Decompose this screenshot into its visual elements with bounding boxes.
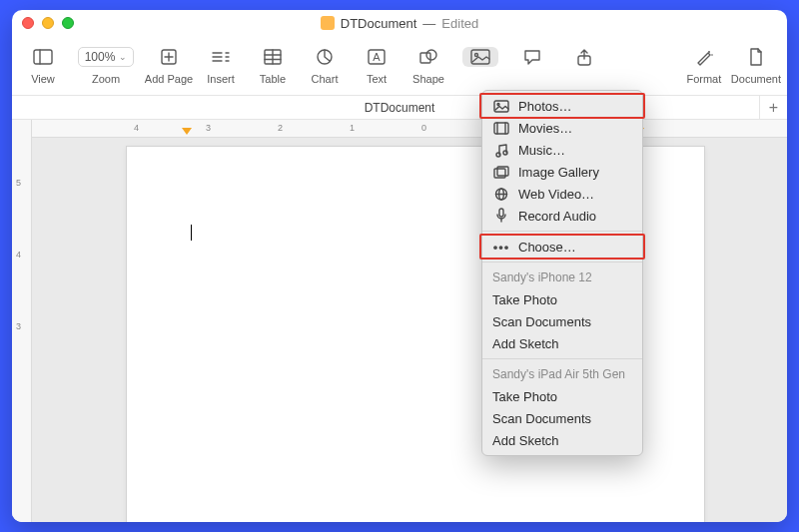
zoom-window[interactable] xyxy=(62,17,74,29)
svg-point-31 xyxy=(503,151,507,155)
plus-page-icon xyxy=(160,47,178,67)
document-button[interactable]: Document xyxy=(731,39,781,93)
format-button[interactable]: Format xyxy=(679,39,729,93)
horizontal-ruler: 4 3 2 1 0 1 2 3 xyxy=(32,120,787,138)
comment-button[interactable]: Comment xyxy=(507,39,557,93)
svg-rect-37 xyxy=(499,209,503,217)
minimize-window[interactable] xyxy=(42,17,54,29)
menu-item-web-video[interactable]: Web Video… xyxy=(482,183,642,205)
svg-point-23 xyxy=(708,51,710,53)
web-video-icon xyxy=(492,188,510,201)
chart-button[interactable]: Chart xyxy=(300,39,350,93)
menu-item-choose[interactable]: ••• Choose… xyxy=(482,236,642,258)
menu-item-add-sketch-d2[interactable]: Add Sketch xyxy=(482,429,642,451)
comment-icon xyxy=(523,47,541,67)
media-icon xyxy=(462,47,498,67)
document-icon xyxy=(749,47,763,67)
menu-item-music[interactable]: Music… xyxy=(482,139,642,161)
music-icon xyxy=(492,143,510,158)
menu-separator xyxy=(482,262,642,263)
titlebar: DTDocument — Edited xyxy=(12,10,787,36)
svg-point-24 xyxy=(711,54,713,56)
document-icon xyxy=(321,16,335,30)
workarea: 5 4 3 4 3 2 1 0 1 2 3 xyxy=(12,120,787,522)
format-icon xyxy=(695,47,713,67)
svg-text:A: A xyxy=(373,51,381,63)
menu-separator xyxy=(482,358,642,359)
zoom-value-box: 100%⌄ xyxy=(78,47,135,67)
svg-point-30 xyxy=(496,153,500,157)
share-icon xyxy=(576,47,592,67)
shape-button[interactable]: Shape xyxy=(403,39,453,93)
tab-name[interactable]: DTDocument xyxy=(12,101,787,115)
share-button[interactable]: Share xyxy=(559,39,609,93)
menu-item-image-gallery[interactable]: Image Gallery xyxy=(482,161,642,183)
menu-item-take-photo-d1[interactable]: Take Photo xyxy=(482,288,642,310)
svg-point-19 xyxy=(426,50,436,60)
photos-icon xyxy=(492,100,510,113)
ruler-marker-icon[interactable] xyxy=(182,128,192,135)
zoom-button[interactable]: 100%⌄ Zoom xyxy=(70,39,142,93)
text-button[interactable]: A Text xyxy=(352,39,401,93)
window-title: DTDocument — Edited xyxy=(12,16,787,31)
menu-item-movies[interactable]: Movies… xyxy=(482,117,642,139)
menu-item-record-audio[interactable]: Record Audio xyxy=(482,205,642,227)
add-page-button[interactable]: Add Page xyxy=(144,39,194,93)
insert-button[interactable]: Insert xyxy=(196,39,246,93)
media-button[interactable]: Media xyxy=(455,39,505,93)
menu-header-device1: Sandy's iPhone 12 xyxy=(482,266,642,288)
svg-point-21 xyxy=(475,53,478,56)
menu-item-add-sketch-d1[interactable]: Add Sketch xyxy=(482,332,642,354)
menu-separator xyxy=(482,231,642,232)
menu-header-device2: Sandy's iPad Air 5th Gen xyxy=(482,363,642,385)
chevron-down-icon: ⌄ xyxy=(119,52,127,62)
tab-bar: DTDocument + xyxy=(12,96,787,120)
chart-icon xyxy=(316,47,334,67)
movies-icon xyxy=(492,122,510,135)
svg-rect-27 xyxy=(494,123,508,134)
add-tab-button[interactable]: + xyxy=(759,96,787,119)
menu-item-scan-documents-d2[interactable]: Scan Documents xyxy=(482,407,642,429)
svg-rect-18 xyxy=(420,53,430,63)
document-name: DTDocument xyxy=(341,16,417,31)
menu-item-scan-documents-d1[interactable]: Scan Documents xyxy=(482,310,642,332)
insert-icon xyxy=(211,47,231,67)
window-controls xyxy=(22,17,74,29)
table-button[interactable]: Table xyxy=(248,39,298,93)
text-icon: A xyxy=(368,47,386,67)
ellipsis-icon: ••• xyxy=(492,240,510,255)
view-icon xyxy=(33,47,53,67)
table-icon xyxy=(264,47,282,67)
shape-icon xyxy=(419,47,437,67)
canvas[interactable]: 4 3 2 1 0 1 2 3 xyxy=(32,120,787,522)
media-dropdown-menu: Photos… Movies… Music… Image Gallery Web… xyxy=(481,90,643,456)
svg-point-26 xyxy=(497,103,499,105)
close-window[interactable] xyxy=(22,17,34,29)
toolbar: View 100%⌄ Zoom Add Page Insert Table xyxy=(12,36,787,96)
gallery-icon xyxy=(492,166,510,179)
app-window: DTDocument — Edited View 100%⌄ Zoom Add … xyxy=(12,10,787,522)
svg-rect-0 xyxy=(34,50,52,64)
view-button[interactable]: View xyxy=(18,39,68,93)
text-cursor xyxy=(191,225,192,241)
edit-status: Edited xyxy=(441,16,478,31)
vertical-ruler: 5 4 3 xyxy=(12,120,32,522)
microphone-icon xyxy=(492,208,510,224)
menu-item-take-photo-d2[interactable]: Take Photo xyxy=(482,385,642,407)
menu-item-photos[interactable]: Photos… xyxy=(482,95,642,117)
